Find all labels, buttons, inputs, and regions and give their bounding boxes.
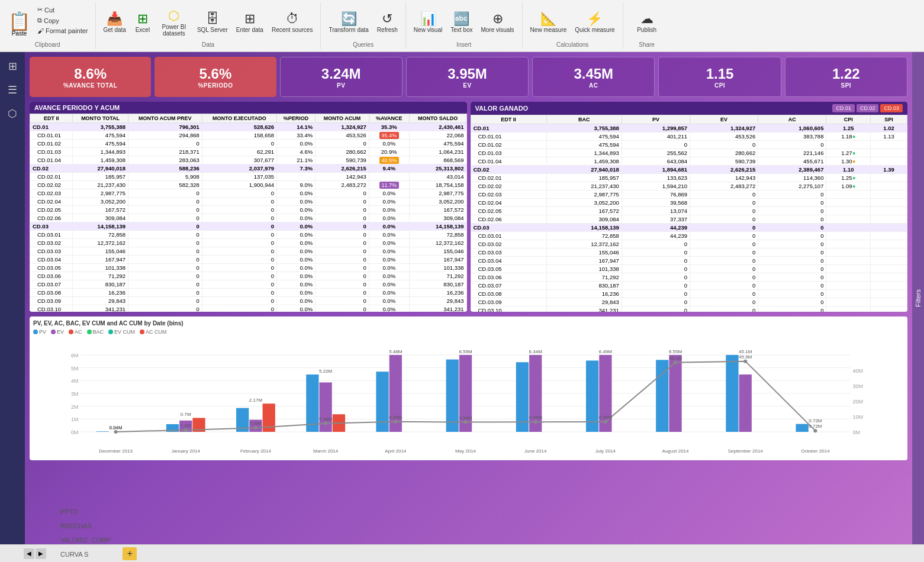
table-row[interactable]: CD.01.02 475,594 0 0 0.0% 0 0.0% 475,594	[30, 140, 467, 148]
transform-data-icon: 🔄	[341, 12, 357, 25]
table-row[interactable]: CD.03.03 155,046 0 0 0.0% 0 0.0% 155,046	[30, 247, 467, 256]
table-row[interactable]: CD.01.02 475,594 0 0 0	[471, 141, 907, 149]
recent-sources-button[interactable]: ⏱ Recent sources	[269, 11, 315, 35]
table-row[interactable]: CD.03 14,158,139 44,239 0 0	[471, 224, 907, 232]
table-row[interactable]: CD.03.10 341,231 0 0 0.0% 0 0.0% 341,231	[30, 305, 467, 312]
vg-cell-ac: 0	[758, 257, 826, 265]
table-row[interactable]: CD.03.04 167,947 0 0 0.0% 0 0.0% 167,947	[30, 256, 467, 264]
excel-button[interactable]: ⊞ Excel	[131, 11, 154, 35]
table-row[interactable]: CD.02.01 185,957 5,908 137,035 142,943 4…	[30, 173, 467, 181]
table-row[interactable]: CD.02.04 3,052,200 39,568 0 0	[471, 199, 907, 207]
tab-nav-left[interactable]: ◀	[24, 548, 34, 559]
table-row[interactable]: CD.03 14,158,139 0 0 0.0% 0 0.0% 14,158,…	[30, 222, 467, 231]
new-visual-button[interactable]: 📊 New visual	[411, 11, 445, 35]
valor-ganado-header: VALOR GANADO CD.01 CD.02 CD.03	[471, 102, 908, 115]
enter-data-button[interactable]: ⊞ Enter data	[233, 11, 266, 35]
table-row[interactable]: CD.03.06 71,292 0 0 0.0% 0 0.0% 71,292	[30, 272, 467, 280]
tab-valoriz--comp[interactable]: VALORIZ. COMP	[51, 532, 120, 547]
vg-cell-bac: 167,572	[546, 207, 622, 215]
table-row[interactable]: CD.03.01 72,858 44,239 0 0	[471, 232, 907, 240]
vg-cell-edt: CD.03.01	[471, 232, 546, 240]
table-row[interactable]: CD.02 27,940,018 588,236 2,037,979 7.3% …	[30, 164, 467, 173]
vg-cell-edt: CD.03.08	[471, 290, 546, 298]
table-row[interactable]: CD.03.02 12,372,162 0 0 0.0% 0 0.0% 12,3…	[30, 239, 467, 247]
table-row[interactable]: CD.02.06 309,084 0 0 0.0% 0 0.0% 309,084	[30, 214, 467, 222]
table-row[interactable]: CD.02.02 21,237,430 1,594,210 2,483,272 …	[471, 182, 907, 190]
power-bi-icon: ⬡	[168, 9, 179, 22]
recent-sources-label: Recent sources	[272, 27, 313, 33]
cd02-button[interactable]: CD.02	[857, 104, 879, 112]
table-row[interactable]: CD.01 3,755,388 1,299,857 1,324,927 1,06…	[471, 124, 907, 133]
vg-cell-ev: 0	[690, 282, 758, 290]
svg-text:10M: 10M	[853, 414, 864, 420]
transform-data-button[interactable]: 🔄 Transform data	[326, 11, 371, 35]
tab-ppto[interactable]: PPTO	[51, 504, 120, 518]
table-row[interactable]: CD.03.01 72,858 0 0 0.0% 0 0.0% 72,858	[30, 231, 467, 239]
sidebar-icon-data[interactable]: ☰	[3, 80, 22, 99]
table-row[interactable]: CD.03.05 101,338 0 0 0.0% 0 0.0% 101,338	[30, 264, 467, 272]
get-data-button[interactable]: 📥 Get data	[101, 11, 129, 35]
tab-curva-s[interactable]: CURVA S	[51, 547, 120, 561]
cd03-button[interactable]: CD.03	[880, 104, 903, 112]
table-row[interactable]: CD.03.03 155,046 0 0 0	[471, 248, 907, 257]
vg-cell-cpi	[826, 207, 871, 215]
table-row[interactable]: CD.03.02 12,372,162 0 0 0	[471, 240, 907, 248]
sidebar-icon-model[interactable]: ⬡	[3, 104, 22, 123]
table-row[interactable]: CD.01.04 1,459,308 643,084 590,739 455,6…	[471, 157, 907, 166]
format-painter-button[interactable]: 🖌 Format painter	[35, 26, 91, 35]
power-bi-button[interactable]: ⬡ Power BI datasets	[156, 8, 192, 38]
table-row[interactable]: CD.01.01 475,594 401,211 453,526 383,788…	[471, 133, 907, 141]
cd01-button[interactable]: CD.01	[832, 104, 855, 112]
text-box-button[interactable]: 🔤 Text box	[447, 11, 475, 35]
vg-cell-cpi: 1.25	[826, 124, 871, 133]
table-row[interactable]: CD.01.03 1,344,893 255,562 280,662 221,1…	[471, 149, 907, 157]
table-row[interactable]: CD.03.09 29,843 0 0 0.0% 0 0.0% 29,843	[30, 297, 467, 305]
table-row[interactable]: CD.01 3,755,388 796,301 528,626 14.1% 1,…	[30, 123, 467, 131]
table-row[interactable]: CD.02.02 21,237,430 582,328 1,900,944 9.…	[30, 181, 467, 189]
table-row[interactable]: CD.01.01 475,594 294,868 158,658 33.4% 4…	[30, 131, 467, 140]
table-row[interactable]: CD.01.03 1,344,893 218,371 62,291 4.6% 2…	[30, 148, 467, 156]
cell-ejecutado: 0	[202, 247, 276, 256]
svg-text:6.49M: 6.49M	[529, 415, 543, 420]
more-visuals-button[interactable]: ⊕ More visuals	[478, 11, 517, 35]
table-row[interactable]: CD.02.06 309,084 37,337 0 0	[471, 215, 907, 224]
sidebar-icon-report[interactable]: ⊞	[3, 57, 22, 76]
publish-button[interactable]: ☁ Publish	[634, 11, 659, 35]
table-row[interactable]: CD.03.10 341,231 0 0 0	[471, 306, 907, 312]
avance-table-scroll[interactable]: EDT II MONTO TOTAL MONTO ACUM PREV MONTO…	[30, 114, 467, 312]
copy-button[interactable]: ⧉ Copy	[35, 15, 91, 25]
new-measure-button[interactable]: 📐 New measure	[527, 11, 570, 35]
table-row[interactable]: CD.03.09 29,843 0 0 0	[471, 298, 907, 306]
vg-cell-ac: 114,360	[758, 174, 826, 182]
table-row[interactable]: CD.03.08 16,236 0 0 0	[471, 290, 907, 298]
tab-brechas[interactable]: BRECHAS	[51, 518, 120, 532]
table-row[interactable]: CD.02.01 185,957 133,623 142,943 114,360…	[471, 174, 907, 182]
tab-add-button[interactable]: +	[123, 547, 137, 560]
table-row[interactable]: CD.03.04 167,947 0 0 0	[471, 257, 907, 265]
vg-cell-bac: 3,755,388	[546, 124, 622, 133]
table-row[interactable]: CD.03.07 830,187 0 0 0.0% 0 0.0% 830,187	[30, 280, 467, 289]
quick-measure-button[interactable]: ⚡ Quick measure	[572, 11, 617, 35]
sql-button[interactable]: 🗄 SQL Server	[194, 11, 231, 35]
table-row[interactable]: CD.02.03 2,987,775 76,869 0 0	[471, 190, 907, 199]
cell-ejecutado: 0	[202, 198, 276, 206]
table-row[interactable]: CD.02.03 2,987,775 0 0 0.0% 0 0.0% 2,987…	[30, 189, 467, 198]
table-row[interactable]: CD.03.07 830,187 0 0 0	[471, 282, 907, 290]
vg-cell-spi	[871, 232, 907, 240]
vg-cell-bac: 1,344,893	[546, 149, 622, 157]
cut-button[interactable]: ✂ Cut	[35, 5, 91, 15]
right-sidebar[interactable]: Filters	[912, 52, 924, 544]
table-row[interactable]: CD.02.04 3,052,200 0 0 0.0% 0 0.0% 3,052…	[30, 198, 467, 206]
table-row[interactable]: CD.03.08 16,236 0 0 0.0% 0 0.0% 16,236	[30, 289, 467, 297]
table-row[interactable]: CD.03.06 71,292 0 0 0	[471, 273, 907, 282]
table-row[interactable]: CD.02.05 167,572 13,074 0 0	[471, 207, 907, 215]
table-row[interactable]: CD.02.05 167,572 0 0 0.0% 0 0.0% 167,572	[30, 206, 467, 214]
tab-nav-right[interactable]: ▶	[36, 548, 46, 559]
table-row[interactable]: CD.02 27,940,018 1,894,681 2,626,215 2,3…	[471, 166, 907, 174]
paste-button[interactable]: 📋 Paste	[5, 11, 34, 38]
refresh-button[interactable]: ↺ Refresh	[374, 11, 401, 35]
table-row[interactable]: CD.03.05 101,338 0 0 0	[471, 265, 907, 273]
table-row[interactable]: CD.01.04 1,459,308 283,063 307,677 21.1%…	[30, 156, 467, 164]
valor-ganado-scroll[interactable]: EDT II BAC PV EV AC CPI SPI CD.01 3,755,…	[471, 115, 908, 312]
vg-cell-edt: CD.03.05	[471, 265, 546, 273]
